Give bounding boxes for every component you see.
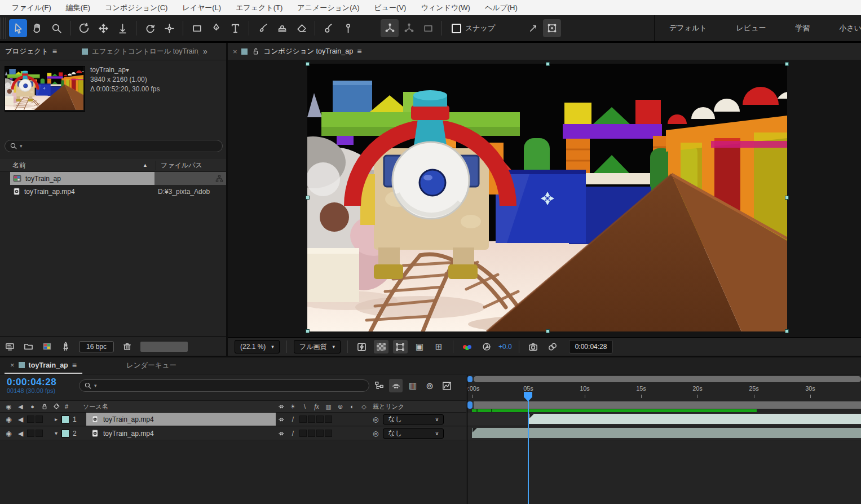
- layer-3d-switch[interactable]: [325, 415, 332, 423]
- snap-checkbox[interactable]: [452, 24, 461, 33]
- project-panel-menu-icon[interactable]: ≡: [52, 47, 57, 56]
- playhead-handle[interactable]: [524, 392, 532, 401]
- project-row-composition[interactable]: toyTrain_ap: [0, 172, 226, 185]
- layer-solo-toggle[interactable]: [27, 415, 34, 423]
- layer-eye-toggle[interactable]: ◉: [3, 415, 14, 424]
- selection-handle[interactable]: [785, 329, 789, 333]
- 3d-column-icon[interactable]: ◇: [359, 402, 369, 411]
- resolution-dropdown[interactable]: フル画質 ▾: [294, 340, 341, 353]
- project-horizontal-scrollbar[interactable]: [140, 342, 188, 352]
- column-file-path[interactable]: ファイルパス: [156, 161, 226, 170]
- clone-stamp-tool[interactable]: [273, 19, 291, 37]
- region-of-interest-icon[interactable]: ▣: [412, 340, 427, 353]
- menu-view[interactable]: ビュー(V): [367, 3, 413, 13]
- rotation-tool[interactable]: [141, 19, 159, 37]
- workspace-small-screen[interactable]: 小さい画面: [824, 23, 861, 33]
- shy-layers-icon[interactable]: [389, 379, 403, 392]
- renderer-settings-icon[interactable]: [60, 341, 71, 352]
- project-search-input[interactable]: ▾: [5, 140, 223, 152]
- layer-row-1[interactable]: ◉ ◀ ▸ 1 toyTrain_ap.mp4 /: [0, 413, 466, 426]
- work-area-thumb[interactable]: [474, 401, 861, 409]
- transform-box-icon[interactable]: [543, 19, 561, 37]
- scrollbar-cap[interactable]: [467, 376, 473, 382]
- selection-handle[interactable]: [785, 62, 789, 66]
- local-axis-mode-icon[interactable]: [381, 19, 399, 37]
- flowchart-icon[interactable]: [215, 174, 224, 183]
- fx-column-icon[interactable]: fx: [311, 402, 322, 411]
- zoom-tool[interactable]: [47, 19, 65, 37]
- layer-fx-switch[interactable]: [299, 415, 307, 423]
- timeline-panel-menu-icon[interactable]: ≡: [72, 361, 77, 370]
- layer-3d-switch[interactable]: [325, 430, 332, 437]
- snap-toggle[interactable]: スナップ: [452, 23, 495, 33]
- workspace-learn[interactable]: 学習: [780, 23, 824, 33]
- layer-shy-switch[interactable]: [276, 415, 286, 424]
- dropdown-chevron-icon[interactable]: ▾: [126, 66, 129, 74]
- layer-audio-toggle[interactable]: ◀: [15, 429, 26, 438]
- playhead-line[interactable]: [528, 392, 529, 504]
- guides-grid-icon[interactable]: ⊞: [431, 340, 446, 353]
- layer-source-name[interactable]: toyTrain_ap.mp4: [86, 413, 276, 426]
- selection-handle[interactable]: [306, 196, 310, 200]
- timeline-horizontal-scrollbar[interactable]: [467, 376, 861, 382]
- panel-overflow-icon[interactable]: »: [203, 47, 207, 56]
- pickwhip-icon[interactable]: ◎: [373, 415, 378, 423]
- channel-rgb-icon[interactable]: [460, 340, 475, 353]
- work-area-start-handle[interactable]: [467, 401, 473, 409]
- snapshot-camera-icon[interactable]: [526, 340, 541, 353]
- pen-tool[interactable]: [207, 19, 225, 37]
- show-snapshot-icon[interactable]: [545, 340, 560, 353]
- layer-lock-toggle[interactable]: [36, 415, 43, 423]
- transparency-grid-icon[interactable]: [374, 340, 388, 353]
- close-icon[interactable]: ×: [233, 47, 237, 56]
- layer-frame-blend-switch[interactable]: [308, 415, 315, 423]
- type-tool[interactable]: [226, 19, 244, 37]
- graph-editor-icon[interactable]: [440, 379, 453, 392]
- motion-blur-column-icon[interactable]: ⊚: [335, 402, 346, 411]
- layer-solo-toggle[interactable]: [27, 430, 34, 437]
- menu-help[interactable]: ヘルプ(H): [478, 3, 525, 13]
- menu-animation[interactable]: アニメーション(A): [290, 3, 367, 13]
- close-icon[interactable]: ×: [10, 361, 15, 369]
- hand-tool[interactable]: [28, 19, 46, 37]
- rectangle-tool[interactable]: [188, 19, 206, 37]
- sort-ascending-icon[interactable]: ▲: [143, 162, 148, 168]
- work-area-bar[interactable]: [467, 401, 861, 409]
- world-axis-mode-icon[interactable]: [400, 19, 418, 37]
- layer-row-2[interactable]: ◉ ◀ ▾ 2 toyTrain_ap.mp4 /: [0, 427, 466, 440]
- solo-icon[interactable]: ●: [27, 402, 38, 411]
- layer-fx-switch[interactable]: [299, 430, 307, 437]
- selection-handle[interactable]: [546, 62, 550, 66]
- scrollbar-thumb[interactable]: [474, 376, 861, 382]
- layer-source-name[interactable]: toyTrain_ap.mp4: [86, 427, 276, 440]
- layer-frame-blend-switch[interactable]: [308, 430, 315, 437]
- selection-handle[interactable]: [306, 62, 310, 66]
- selection-handle[interactable]: [546, 329, 550, 333]
- orbit-camera-tool[interactable]: [75, 19, 93, 37]
- search-dropdown-chevron-icon[interactable]: ▾: [20, 143, 23, 149]
- composition-viewer[interactable]: [228, 60, 861, 337]
- layer-motion-blur-switch[interactable]: [316, 430, 324, 437]
- lock-icon[interactable]: [39, 402, 50, 411]
- layer-audio-toggle[interactable]: ◀: [15, 415, 26, 424]
- lock-open-icon[interactable]: [251, 47, 260, 56]
- menu-effect[interactable]: エフェクト(T): [228, 3, 290, 13]
- column-name[interactable]: 名前: [0, 161, 26, 170]
- layer-eye-toggle[interactable]: ◉: [3, 429, 14, 438]
- audio-icon[interactable]: ◀: [15, 402, 26, 411]
- quality-column-icon[interactable]: \: [299, 402, 310, 411]
- shy-column-icon[interactable]: [276, 402, 286, 411]
- layer-lock-toggle[interactable]: [36, 430, 43, 437]
- selection-handle[interactable]: [306, 329, 310, 333]
- mask-shape-pickwhip-icon[interactable]: [524, 19, 542, 37]
- menu-file[interactable]: ファイル(F): [5, 3, 59, 13]
- new-composition-icon[interactable]: [42, 341, 52, 352]
- selection-handle[interactable]: [785, 196, 789, 200]
- pan-camera-tool[interactable]: [94, 19, 112, 37]
- new-folder-icon[interactable]: [23, 341, 34, 352]
- tab-project[interactable]: プロジェクト: [5, 47, 48, 56]
- timeline-search-input[interactable]: ▾: [79, 379, 369, 392]
- composition-flowchart-icon[interactable]: [372, 379, 386, 392]
- selection-tool[interactable]: [9, 19, 27, 37]
- number-column[interactable]: #: [61, 403, 78, 410]
